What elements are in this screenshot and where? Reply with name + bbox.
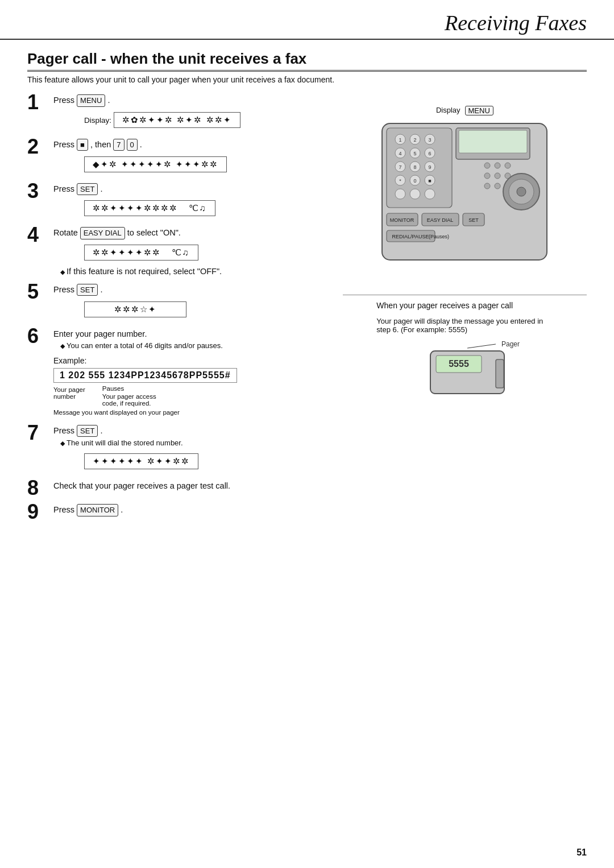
step-9-content: Press MONITOR . — [53, 504, 326, 516]
device-top-labels: Display MENU — [436, 100, 493, 115]
step-6-labels: Your pager number Pauses Your pager acce… — [53, 385, 326, 407]
step-6-text: Enter your pager number. — [53, 328, 326, 341]
step-4-number: 4 — [27, 225, 48, 245]
pager-svg: 5555 Pager — [408, 340, 521, 408]
svg-point-33 — [505, 163, 511, 168]
step-1-key: MENU — [77, 94, 105, 107]
svg-text:4: 4 — [399, 151, 402, 156]
step-5-press: Press — [53, 285, 74, 294]
main-content: Pager call - when the unit receives a fa… — [0, 50, 614, 555]
step-8-text: Check that your pager receives a pager t… — [53, 480, 326, 493]
svg-text:8: 8 — [414, 164, 417, 170]
svg-point-32 — [495, 163, 500, 168]
svg-point-28 — [395, 189, 405, 199]
pager-call-section: When your pager receives a pager call Yo… — [376, 301, 553, 410]
step-2-display-row: ◆✦✲ ✦✦✦✦✦✲ ✦✦✦✲✲ — [84, 154, 326, 175]
step-6-example-title: Example: — [53, 355, 326, 367]
svg-text:2: 2 — [414, 137, 417, 143]
pager-description: Your pager will display the message you … — [376, 317, 553, 334]
step-4-display-row: ✲✲✦✦✦✦✲✲ ℃♫ — [84, 242, 326, 263]
step-9-key: MONITOR — [77, 504, 118, 516]
label-message: Message you want displayed on your pager — [53, 409, 326, 416]
step-5-display-chars: ✲✲✲☆✦ — [84, 301, 186, 317]
step-7-key: SET — [77, 425, 98, 437]
display-label: Display — [436, 106, 460, 114]
step-3-number: 3 — [27, 181, 48, 201]
step-4-display-chars: ✲✲✦✦✦✦✲✲ ℃♫ — [84, 245, 198, 261]
step-3-display-chars: ✲✲✦✦✦✦✲✲✲✲ ℃♫ — [84, 200, 215, 216]
svg-text:5555: 5555 — [449, 359, 470, 369]
step-3-display-row: ✲✲✦✦✦✦✲✲✲✲ ℃♫ — [84, 197, 326, 219]
left-column: 1 Press MENU . Display: ✲✿✲✦✦✲ ✲✦✲ ✲✲✦ 2 — [27, 94, 326, 528]
step-6-example: Example: 1 202 555 1234PP12345678PP5555#… — [53, 355, 326, 416]
step-9: 9 Press MONITOR . — [27, 504, 326, 522]
svg-text:7: 7 — [399, 164, 402, 170]
step-1-display-row: Display: ✲✿✲✦✦✲ ✲✦✲ ✲✲✦ — [84, 109, 326, 131]
step-1-display-chars: ✲✿✲✦✦✲ ✲✦✲ ✲✲✦ — [114, 112, 240, 128]
device-diagram: 1 2 3 4 5 6 7 8 — [376, 118, 553, 273]
svg-text:MONITOR: MONITOR — [390, 217, 414, 223]
step-8-number: 8 — [27, 478, 48, 498]
page-header: Receiving Faxes — [0, 0, 614, 40]
step-1: 1 Press MENU . Display: ✲✿✲✦✦✲ ✲✦✲ ✲✲✦ — [27, 94, 326, 133]
step-2-key1: ■ — [77, 139, 88, 151]
svg-text:3: 3 — [429, 137, 432, 143]
step-7-number: 7 — [27, 423, 48, 443]
step-1-content: Press MENU . Display: ✲✿✲✦✦✲ ✲✦✲ ✲✲✦ — [53, 94, 326, 133]
step-2-key2: 7 — [113, 139, 124, 151]
step-7: 7 Press SET . The unit will dial the sto… — [27, 425, 326, 474]
svg-rect-55 — [496, 359, 504, 388]
svg-text:SET: SET — [469, 217, 479, 223]
step-2-display-chars: ◆✦✲ ✦✦✦✦✦✲ ✦✦✦✲✲ — [84, 156, 227, 172]
step-6-content: Enter your pager number. You can enter a… — [53, 328, 326, 419]
svg-text:9: 9 — [429, 164, 432, 170]
step-3-key: SET — [77, 183, 98, 196]
menu-label: MENU — [465, 106, 493, 115]
step-3-press: Press — [53, 184, 74, 193]
page-number: 51 — [576, 848, 587, 858]
step-1-display-label: Display: — [84, 116, 111, 125]
svg-text:(Pauses): (Pauses) — [429, 234, 449, 239]
step-2-key3: 0 — [127, 139, 138, 151]
step-7-content: Press SET . The unit will dial the store… — [53, 425, 326, 474]
page-title: Receiving Faxes — [27, 10, 587, 35]
step-5-key: SET — [77, 284, 98, 296]
step-1-number: 1 — [27, 92, 48, 113]
step-5-content: Press SET . ✲✲✲☆✦ — [53, 284, 326, 323]
step-7-display-chars: ✦✦✦✦✦✦ ✲✦✦✲✲ — [84, 453, 198, 469]
step-2-then: , then — [90, 140, 111, 149]
svg-point-42 — [517, 187, 526, 196]
svg-point-29 — [410, 189, 420, 199]
svg-text:5: 5 — [414, 151, 417, 156]
step-6-example-number: 1 202 555 1234PP12345678PP5555# — [53, 368, 237, 383]
step-5-display-row: ✲✲✲☆✦ — [84, 299, 326, 320]
step-3: 3 Press SET . ✲✲✦✦✦✦✲✲✲✲ ℃♫ — [27, 183, 326, 222]
step-5: 5 Press SET . ✲✲✲☆✦ — [27, 284, 326, 323]
svg-text:*: * — [400, 178, 402, 184]
step-6: 6 Enter your pager number. You can enter… — [27, 328, 326, 419]
step-6-sub1: You can enter a total of 46 digits and/o… — [60, 340, 326, 352]
step-7-display-row: ✦✦✦✦✦✦ ✲✦✦✲✲ — [84, 450, 326, 472]
label-pauses: Pauses Your pager access code, if requir… — [102, 385, 156, 407]
step-4-key: EASY DIAL — [80, 227, 125, 239]
step-4: 4 Rotate EASY DIAL to select "ON". ✲✲✦✦✦… — [27, 227, 326, 278]
step-2-number: 2 — [27, 137, 48, 157]
step-5-number: 5 — [27, 282, 48, 302]
svg-text:EASY DIAL: EASY DIAL — [427, 217, 453, 223]
step-8: 8 Check that your pager receives a pager… — [27, 480, 326, 498]
section-description: This feature allows your unit to call yo… — [27, 75, 587, 84]
step-3-content: Press SET . ✲✲✦✦✦✦✲✲✲✲ ℃♫ — [53, 183, 326, 222]
section-title: Pager call - when the unit receives a fa… — [27, 50, 587, 72]
step-7-sub1: The unit will dial the stored number. — [60, 437, 326, 449]
svg-point-35 — [495, 173, 500, 179]
svg-text:1: 1 — [399, 137, 402, 143]
step-9-number: 9 — [27, 502, 48, 522]
label-access-code: Your pager access code, if required. — [102, 393, 156, 407]
step-2-content: Press ■ , then 7 0 . ◆✦✲ ✦✦✦✦✦✲ ✦✦✦✲✲ — [53, 139, 326, 177]
step-4-text2: to select "ON". — [127, 228, 181, 237]
svg-point-37 — [484, 183, 490, 189]
step-4-content: Rotate EASY DIAL to select "ON". ✲✲✦✦✦✦✲… — [53, 227, 326, 278]
svg-point-30 — [425, 189, 435, 199]
step-6-number: 6 — [27, 326, 48, 346]
device-svg: 1 2 3 4 5 6 7 8 — [376, 118, 553, 271]
